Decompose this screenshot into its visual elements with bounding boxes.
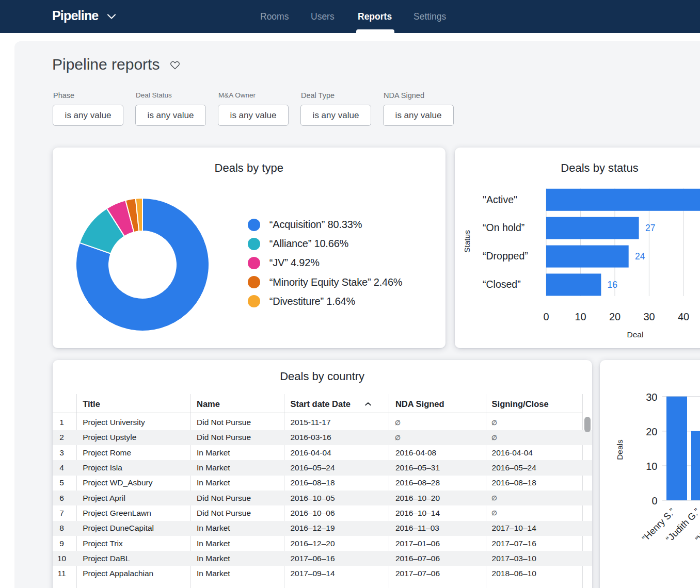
- svg-text:Deal: Deal: [627, 330, 643, 339]
- svg-text:10: 10: [646, 460, 657, 471]
- svg-text:"Active": "Active": [483, 194, 517, 205]
- svg-text:27: 27: [645, 223, 655, 233]
- svg-text:20: 20: [646, 426, 657, 437]
- svg-text:16: 16: [607, 280, 617, 290]
- svg-text:“Dropped”: “Dropped”: [483, 250, 528, 262]
- svg-text:24: 24: [635, 251, 645, 262]
- svg-text:30: 30: [643, 311, 655, 322]
- svg-text:Deals: Deals: [615, 439, 624, 460]
- svg-text:30: 30: [646, 391, 657, 402]
- svg-text:“On hold”: “On hold”: [483, 222, 524, 233]
- svg-text:Status: Status: [463, 230, 471, 253]
- svg-text:“Closed”: “Closed”: [483, 279, 521, 290]
- svg-text:40: 40: [677, 311, 689, 322]
- svg-text:20: 20: [609, 311, 620, 322]
- svg-text:0: 0: [543, 311, 549, 322]
- svg-text:0: 0: [651, 495, 657, 506]
- svg-text:10: 10: [575, 311, 586, 322]
